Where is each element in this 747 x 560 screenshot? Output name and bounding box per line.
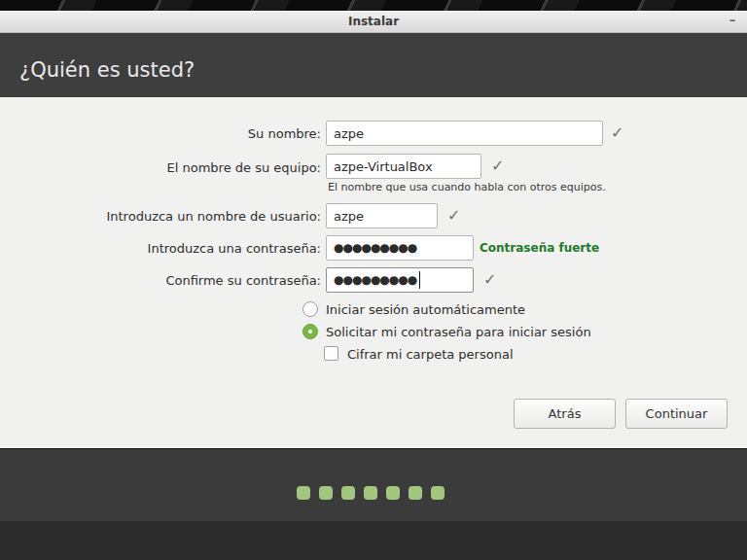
auto-login-label: Iniciar sesión automáticamente [326, 301, 525, 318]
username-label: Introduzca un nombre de usuario: [39, 208, 321, 225]
auto-login-radio[interactable] [302, 301, 318, 317]
slideshow-dot [297, 486, 310, 500]
hostname-ok-check-icon: ✓ [491, 157, 504, 175]
hostname-input[interactable] [326, 154, 481, 179]
require-password-label: Solicitar mi contraseña para iniciar ses… [326, 324, 591, 340]
slideshow-dot [364, 486, 377, 500]
confirm-password-input[interactable] [326, 267, 474, 293]
continue-button[interactable]: Continuar [625, 399, 728, 429]
window-titlebar[interactable]: Instalar – [0, 11, 747, 33]
text-cursor [419, 271, 420, 289]
name-ok-check-icon: ✓ [611, 123, 623, 142]
confirm-password-label: Confirme su contraseña: [39, 272, 321, 289]
username-ok-check-icon: ✓ [447, 206, 460, 225]
password-label: Introduzca una contraseña: [39, 240, 321, 257]
minimize-button[interactable]: – [724, 12, 741, 32]
slideshow-dots [0, 486, 741, 500]
back-button[interactable]: Atrás [514, 399, 616, 429]
slideshow-dot [341, 486, 355, 500]
slideshow-dot [319, 486, 333, 500]
name-input[interactable] [326, 121, 603, 146]
page-header: ¿Quién es usted? [0, 33, 747, 97]
window-title: Instalar [0, 12, 747, 32]
username-input[interactable] [326, 203, 438, 228]
password-input[interactable] [326, 235, 474, 261]
screen: Instalar – ¿Quién es usted? Su nombre: ✓… [0, 0, 747, 560]
slideshow-dot [386, 486, 400, 500]
encrypt-home-label: Cifrar mi carpeta personal [347, 346, 514, 363]
hostname-label: El nombre de su equipo: [39, 159, 321, 176]
slideshow-dot [409, 486, 422, 500]
hostname-helper-text: El nombre que usa cuando habla con otros… [328, 181, 606, 193]
name-label: Su nombre: [39, 125, 321, 142]
taskbar: m $_ 16:11 [0, 521, 747, 560]
confirm-ok-check-icon: ✓ [483, 270, 496, 289]
slideshow-panel [0, 449, 747, 521]
page-title: ¿Quién es usted? [0, 33, 747, 82]
password-strength-text: Contraseña fuerte [480, 241, 599, 255]
encrypt-home-checkbox[interactable] [324, 346, 338, 361]
require-password-radio[interactable] [302, 324, 318, 339]
slideshow-dot [431, 486, 445, 500]
